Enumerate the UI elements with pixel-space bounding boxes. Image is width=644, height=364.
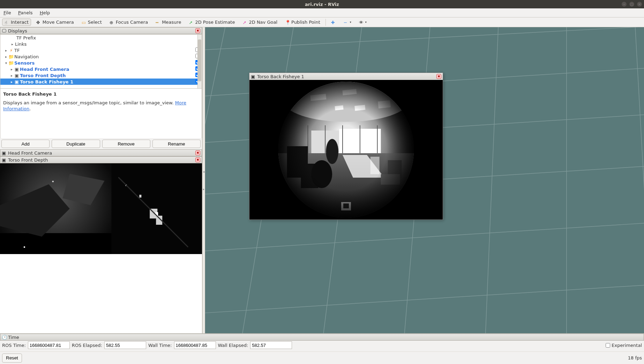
torso-depth-title: Torso Front Depth — [8, 157, 48, 163]
displays-panel-header[interactable]: 🖵 Displays ✖ — [0, 27, 202, 34]
menu-panels[interactable]: Panels — [17, 9, 34, 16]
arrow-pink-icon: ➚ — [242, 20, 247, 25]
arrow-green-icon: ➚ — [189, 20, 194, 25]
ros-time-label: ROS Time: — [2, 343, 26, 348]
menu-bar: File Panels Help — [0, 8, 644, 17]
tree-row-tf-prefix[interactable]: TF Prefix — [0, 35, 202, 41]
expand-icon[interactable]: ▸ — [5, 49, 9, 52]
tree-row-torso-fisheye[interactable]: ▸ ▣ Torso Back Fisheye 1 — [0, 79, 202, 85]
tf-icon: ⚡ — [9, 48, 14, 53]
3d-viewport[interactable]: ▣ Torso Back Fisheye 1 ✖ — [205, 27, 644, 333]
tool-select[interactable]: ▭ Select — [79, 18, 104, 26]
plus-icon: ✚ — [331, 20, 336, 25]
focus-icon: ⊕ — [110, 20, 114, 25]
tool-view[interactable]: 👁▾ — [357, 19, 369, 26]
tool-measure[interactable]: ━ Measure — [153, 18, 184, 26]
monitor-icon: 🖵 — [2, 28, 7, 33]
depth-image — [0, 163, 202, 254]
fps-counter: 18 fps — [628, 355, 642, 361]
tree-row-sensors[interactable]: ▾ 📁 Sensors — [0, 60, 202, 66]
time-panel: 🕑 Time ROS Time: ROS Elapsed: Wall Time:… — [0, 333, 644, 351]
fisheye-float-window[interactable]: ▣ Torso Back Fisheye 1 ✖ — [249, 73, 443, 220]
tool-focus-camera[interactable]: ⊕ Focus Camera — [107, 18, 150, 26]
head-front-panel-header[interactable]: ▣ Head Front Camera ✖ — [0, 149, 202, 156]
time-panel-header[interactable]: 🕑 Time — [0, 334, 644, 341]
tree-row-navigation[interactable]: ▸ 📁 Navigation — [0, 53, 202, 60]
image-icon: ▣ — [2, 157, 7, 162]
duplicate-button[interactable]: Duplicate — [52, 140, 100, 148]
remove-button[interactable]: Remove — [102, 140, 150, 148]
fisheye-image — [249, 80, 443, 220]
ruler-icon: ━ — [156, 20, 160, 25]
scrollbar-track[interactable] — [197, 35, 202, 88]
tree-row-head-front[interactable]: ▸ ▣ Head Front Camera — [0, 66, 202, 72]
tool-minus[interactable]: −▾ — [341, 19, 354, 26]
close-icon[interactable]: ✖ — [195, 28, 200, 33]
expand-icon[interactable]: ▸ — [11, 80, 14, 84]
close-icon[interactable]: ✖ — [195, 150, 200, 155]
folder-icon: 📁 — [9, 54, 14, 59]
tool-2d-nav-goal[interactable]: ➚ 2D Nav Goal — [240, 18, 280, 26]
expand-icon[interactable]: ▸ — [12, 42, 15, 46]
scrollbar-thumb[interactable] — [198, 39, 201, 81]
displays-tree[interactable]: TF Prefix ▸ Links ▸ ⚡ TF ▸ 📁 Navigation — [0, 34, 202, 89]
reset-button[interactable]: Reset — [2, 354, 22, 363]
image-icon: ▣ — [251, 74, 256, 79]
ros-time-input[interactable] — [28, 341, 70, 349]
rename-button[interactable]: Rename — [152, 140, 201, 148]
torso-depth-panel-header[interactable]: ▣ Torso Front Depth ✖ — [0, 156, 202, 163]
time-title: Time — [8, 335, 19, 340]
wall-elapsed-input[interactable] — [250, 341, 292, 349]
close-icon[interactable]: ✖ — [436, 74, 441, 79]
pin-icon: 📍 — [285, 20, 290, 25]
menu-help[interactable]: Help — [38, 9, 52, 16]
minus-icon: − — [344, 20, 349, 25]
wall-time-label: Wall Time: — [148, 343, 172, 348]
clock-icon: 🕑 — [2, 335, 7, 340]
window-titlebar: ari.rviz - RViz – ▢ ✕ — [0, 0, 644, 8]
image-icon: ▣ — [14, 67, 19, 72]
left-column: 🖵 Displays ✖ TF Prefix ▸ Links ▸ ⚡ TF — [0, 27, 202, 333]
wall-time-input[interactable] — [174, 341, 216, 349]
tool-plus[interactable]: ✚ — [329, 19, 338, 26]
move-icon: ✥ — [36, 20, 41, 25]
expand-icon[interactable]: ▸ — [11, 67, 14, 71]
experimental-label: Experimental — [612, 343, 642, 348]
tool-2d-pose-estimate[interactable]: ➚ 2D Pose Estimate — [186, 18, 237, 26]
minimize-icon[interactable]: – — [622, 2, 627, 7]
fisheye-window-header[interactable]: ▣ Torso Back Fisheye 1 ✖ — [249, 73, 443, 80]
splitter-collapse-left-icon[interactable]: ◂ — [203, 170, 205, 173]
tree-row-tf[interactable]: ▸ ⚡ TF — [0, 47, 202, 53]
tree-row-torso-depth[interactable]: ▸ ▣ Torso Front Depth — [0, 72, 202, 79]
maximize-icon[interactable]: ▢ — [629, 2, 634, 7]
add-button[interactable]: Add — [1, 140, 50, 148]
tool-move-camera[interactable]: ✥ Move Camera — [34, 18, 76, 26]
window-title: ari.rviz - RViz — [305, 2, 339, 7]
fisheye-title: Torso Back Fisheye 1 — [257, 74, 304, 79]
tool-publish-point[interactable]: 📍 Publish Point — [283, 18, 323, 26]
splitter[interactable]: ◂ ▸ — [202, 27, 205, 333]
splitter-expand-right-icon[interactable]: ▸ — [203, 187, 205, 191]
wall-elapsed-label: Wall Elapsed: — [218, 343, 248, 348]
pointer-icon: ☝ — [5, 20, 9, 25]
display-buttons: Add Duplicate Remove Rename — [0, 138, 202, 149]
footer: Reset 18 fps — [0, 351, 644, 364]
menu-file[interactable]: File — [2, 9, 13, 16]
main-area: 🖵 Displays ✖ TF Prefix ▸ Links ▸ ⚡ TF — [0, 27, 644, 333]
select-icon: ▭ — [82, 20, 87, 25]
tool-interact[interactable]: ☝ Interact — [2, 18, 31, 26]
toolbar: ☝ Interact ✥ Move Camera ▭ Select ⊕ Focu… — [0, 17, 644, 27]
torso-depth-panel: ▣ Torso Front Depth ✖ — [0, 156, 202, 333]
desc-text: Displays an image from a sensor_msgs/Ima… — [3, 100, 199, 112]
experimental-checkbox[interactable] — [606, 343, 610, 348]
tree-row-links[interactable]: ▸ Links — [0, 41, 202, 47]
close-icon[interactable]: ✖ — [195, 157, 200, 162]
ros-elapsed-label: ROS Elapsed: — [72, 343, 102, 348]
expand-icon[interactable]: ▸ — [11, 74, 14, 77]
toolbar-separator — [325, 19, 326, 26]
close-window-icon[interactable]: ✕ — [637, 2, 642, 7]
ros-elapsed-input[interactable] — [104, 341, 146, 349]
display-description: Torso Back Fisheye 1 Displays an image f… — [0, 89, 202, 138]
image-icon: ▣ — [14, 79, 19, 84]
folder-icon: 📁 — [9, 60, 14, 66]
